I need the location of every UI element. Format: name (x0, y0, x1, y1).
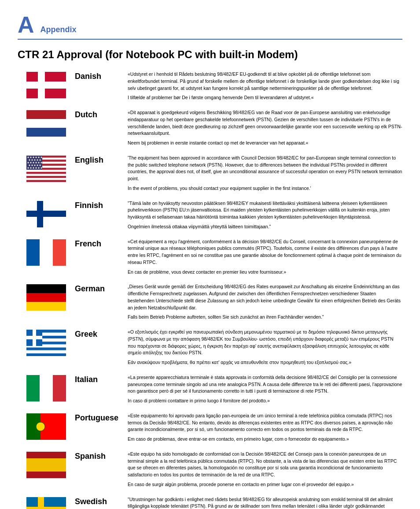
svg-point-42 (40, 164, 41, 166)
flag-german (18, 283, 75, 311)
svg-rect-14 (26, 170, 66, 172)
lang-paragraph: Εάν ανακύψουν προβλήματα, θα πρέπει κατ'… (128, 359, 402, 366)
svg-rect-57 (26, 302, 66, 311)
lang-paragraph: "Utrustningen har godkänts i enlighet me… (128, 496, 402, 509)
lang-paragraph: En caso de surgir algún problema, proced… (128, 481, 402, 488)
lang-paragraph: 'The equipment has been approved in acco… (128, 155, 402, 182)
svg-point-21 (28, 156, 29, 158)
svg-point-41 (37, 164, 38, 166)
lang-name-greek: Greek (75, 329, 128, 339)
lang-section-english: English'The equipment has been approved … (18, 155, 402, 192)
lang-paragraph: «Udstyret er i henhold til Rådets beslut… (128, 71, 402, 92)
lang-paragraph: „Dieses Gerät wurde gemäß der Entscheidu… (128, 283, 402, 311)
lang-name-italian: Italian (75, 374, 128, 384)
lang-text-swedish: "Utrustningen har godkänts i enlighet me… (128, 496, 402, 509)
svg-point-22 (30, 156, 32, 158)
lang-text-italian: «La presente apparecchiatura terminale è… (128, 374, 402, 405)
lang-paragraph: In the event of problems, you should con… (128, 185, 402, 192)
flag-greek (18, 329, 75, 356)
svg-rect-53 (40, 239, 53, 266)
svg-rect-18 (26, 178, 66, 180)
svg-rect-1 (26, 82, 66, 89)
svg-point-35 (36, 162, 37, 163)
lang-text-dutch: «Dit apparaat is goedgekeurd volgens Bes… (128, 109, 402, 147)
svg-point-23 (33, 156, 34, 158)
svg-rect-77 (38, 497, 44, 509)
lang-paragraph: «La presente apparecchiatura terminale è… (128, 374, 402, 395)
svg-point-29 (34, 159, 36, 160)
lang-paragraph: Falls beim Betrieb Probleme auftreten, s… (128, 314, 402, 321)
svg-rect-2 (38, 72, 45, 98)
svg-point-28 (32, 159, 33, 160)
svg-point-40 (34, 164, 36, 166)
lang-name-danish: Danish (75, 71, 128, 81)
svg-rect-76 (26, 507, 66, 509)
svg-point-26 (41, 156, 42, 158)
svg-point-30 (37, 159, 38, 160)
lang-section-spanish: Spanish«Este equipo ha sido homologado d… (18, 451, 402, 488)
svg-point-45 (33, 167, 34, 168)
lang-paragraph: "Tämä laite on hyväksytty neuvoston päät… (128, 200, 402, 221)
svg-point-32 (28, 162, 29, 163)
svg-rect-5 (26, 128, 66, 137)
lang-section-italian: Italian«La presente apparecchiatura term… (18, 374, 402, 405)
svg-rect-52 (26, 239, 40, 266)
svg-point-44 (30, 167, 32, 168)
svg-point-46 (36, 167, 37, 168)
svg-rect-65 (33, 330, 36, 346)
lang-section-finnish: Finnish"Tämä laite on hyväksytty neuvost… (18, 200, 402, 230)
svg-rect-73 (26, 458, 66, 472)
svg-point-31 (40, 159, 41, 160)
svg-rect-67 (40, 375, 53, 401)
svg-rect-62 (26, 350, 66, 353)
lang-paragraph: En cas de problème, vous devez contacter… (128, 269, 402, 276)
lang-section-swedish: Swedish"Utrustningen har godkänts i enli… (18, 496, 402, 509)
lang-section-danish: Danish«Udstyret er i henhold til Rådets … (18, 71, 402, 101)
appendix-title: Appendix (41, 25, 77, 36)
lang-name-german: German (75, 283, 128, 294)
lang-paragraph: Neem bij problemen in eerste instantie c… (128, 140, 402, 147)
lang-paragraph: Ongelmien ilmetessä ottakaa viipymättä y… (128, 223, 402, 230)
appendix-letter: A (18, 13, 34, 36)
svg-point-24 (36, 156, 37, 158)
lang-name-french: French (75, 238, 128, 249)
svg-rect-66 (26, 375, 40, 401)
lang-paragraph: I tilfælde af problemer bør De i første … (128, 94, 402, 101)
svg-rect-55 (26, 284, 66, 293)
lang-section-portuguese: Portuguese«Este equipamento foi aprovado… (18, 412, 402, 443)
lang-text-greek: «Ο εξοπλισμός έχει εγκριθεί για πανευρωπ… (128, 329, 402, 366)
flag-english (18, 155, 75, 182)
lang-text-german: „Dieses Gerät wurde gemäß der Entscheidu… (128, 283, 402, 321)
lang-name-dutch: Dutch (75, 109, 128, 119)
lang-section-french: French«Cet équipement a reçu l'agrément,… (18, 238, 402, 276)
svg-rect-3 (26, 110, 66, 119)
lang-paragraph: In caso di problemi contattare in primo … (128, 398, 402, 405)
lang-section-dutch: Dutch«Dit apparaat is goedgekeurd volgen… (18, 109, 402, 147)
lang-name-swedish: Swedish (75, 496, 128, 506)
svg-rect-50 (26, 211, 66, 217)
flag-swedish (18, 496, 75, 509)
svg-rect-54 (53, 239, 66, 266)
svg-point-39 (32, 164, 33, 166)
page-title: CTR 21 Approval (for Notebook PC with bu… (18, 48, 402, 61)
svg-rect-68 (53, 375, 66, 401)
svg-point-37 (41, 162, 42, 163)
flag-dutch (18, 109, 75, 137)
svg-rect-72 (26, 452, 66, 458)
lang-name-portuguese: Portuguese (75, 412, 128, 423)
lang-paragraph: «Ο εξοπλισμός έχει εγκριθεί για πανευρωπ… (128, 329, 402, 357)
flag-italian (18, 374, 75, 401)
lang-text-finnish: "Tämä laite on hyväksytty neuvoston päät… (128, 200, 402, 230)
lang-paragraph: «Cet équipement a reçu l'agrément, confo… (128, 238, 402, 266)
lang-paragraph: «Este equipamento foi aprovado para liga… (128, 412, 402, 433)
svg-rect-74 (26, 472, 66, 478)
lang-name-english: English (75, 155, 128, 165)
svg-point-38 (29, 164, 30, 166)
svg-rect-19 (26, 180, 66, 182)
lang-paragraph: «Dit apparaat is goedgekeurd volgens Bes… (128, 109, 402, 137)
svg-rect-15 (26, 172, 66, 174)
svg-rect-51 (37, 201, 43, 227)
appendix-header: A Appendix (18, 13, 402, 40)
lang-text-portuguese: «Este equipamento foi aprovado para liga… (128, 412, 402, 443)
svg-point-27 (29, 159, 30, 160)
